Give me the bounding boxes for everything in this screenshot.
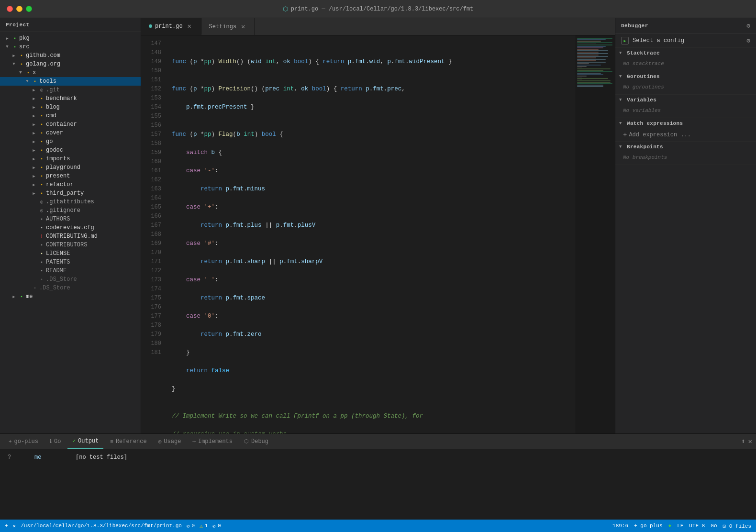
tab-close-button[interactable]: ✕: [239, 23, 247, 31]
statusbar-filepath[interactable]: /usr/local/Cellar/go/1.8.3/libexec/src/f…: [21, 523, 182, 529]
statusbar-files[interactable]: ⊡ 0 files: [723, 523, 751, 529]
sidebar-item-golang[interactable]: ▼ ▪ golang.org: [0, 60, 141, 68]
sidebar-item-codereview[interactable]: ▪ codereview.cfg: [0, 223, 141, 232]
close-button[interactable]: [7, 6, 13, 12]
sidebar-item-git[interactable]: ▶ ◎ .git: [0, 86, 141, 94]
sidebar-item-container[interactable]: ▶ ▪ container: [0, 120, 141, 129]
sidebar-item-license[interactable]: ▪ LICENSE: [0, 249, 141, 258]
minimap: [576, 35, 615, 433]
sidebar-item-x[interactable]: ▼ ▪ x: [0, 68, 141, 77]
statusbar-warnings[interactable]: ⚠ 1: [200, 523, 208, 529]
sidebar-item-refactor[interactable]: ▶ ▪ refactor: [0, 180, 141, 189]
statusbar-line-ending[interactable]: LF: [677, 523, 683, 529]
status-left: + ✕ /usr/local/Cellar/go/1.8.3/libexec/s…: [5, 523, 221, 529]
tab-settings[interactable]: Settings ✕: [201, 18, 256, 35]
sidebar-item-thirdparty[interactable]: ▶ ▪ third_party: [0, 189, 141, 198]
breakpoints-header[interactable]: ▼ Breakpoints: [615, 142, 756, 152]
play-button[interactable]: ▶: [621, 37, 629, 44]
sidebar-item-github[interactable]: ▶ ▪ github.com: [0, 51, 141, 60]
sidebar-header: Project: [0, 18, 141, 32]
sidebar-item-gitattributes[interactable]: ◎ .gitattributes: [0, 198, 141, 206]
section-title: Breakpoints: [627, 144, 663, 150]
sidebar-item-label: cover: [46, 130, 63, 136]
folder-icon: ▪: [11, 44, 19, 50]
sidebar-item-authors[interactable]: ▪ AUTHORS: [0, 215, 141, 223]
sidebar-item-readme[interactable]: ▪ README: [0, 266, 141, 275]
debug-config-row[interactable]: ▶ Select a config ⚙: [615, 34, 756, 48]
sidebar-item-godoc[interactable]: ▶ ▪ godoc: [0, 146, 141, 155]
statusbar-close-button[interactable]: ✕: [13, 523, 16, 529]
code-editor[interactable]: 147 148 149 150 151 152 153 154 155 156 …: [141, 35, 615, 433]
sidebar-item-dsstore1[interactable]: ▪ .DS_Store: [0, 275, 141, 284]
bottom-content: ? me [no test files]: [0, 449, 756, 520]
add-expression-button[interactable]: + Add expression ...: [615, 129, 756, 141]
sidebar-item-cmd[interactable]: ▶ ▪ cmd: [0, 111, 141, 120]
statusbar-language[interactable]: Go: [711, 523, 717, 529]
sidebar-item-label: godoc: [46, 147, 63, 154]
tab-print-go[interactable]: print.go ✕: [141, 18, 201, 35]
sidebar-item-cover[interactable]: ▶ ▪ cover: [0, 129, 141, 137]
tab-go-info[interactable]: ℹ Go: [45, 434, 66, 449]
breakpoints-section: ▼ Breakpoints No breakpoints: [615, 142, 756, 165]
debug-icon: ⬡: [244, 438, 249, 444]
goroutines-header[interactable]: ▼ Goroutines: [615, 71, 756, 82]
statusbar-position[interactable]: 189:6: [612, 523, 628, 529]
statusbar-encoding[interactable]: UTF-8: [689, 523, 705, 529]
chevron-down-icon: ▼: [4, 44, 11, 49]
maximize-button[interactable]: [26, 6, 32, 12]
sidebar-tree[interactable]: ▶ ▪ pkg ▼ ▪ src ▶ ▪ github.com ▼: [0, 32, 141, 433]
chevron-right-icon: ▶: [31, 156, 37, 162]
status-right: 189:6 + go-plus ● LF UTF-8 Go ⊡ 0 files: [612, 523, 751, 529]
section-title: Goroutines: [627, 74, 660, 79]
section-title: Watch expressions: [627, 121, 683, 126]
sidebar-item-me[interactable]: ▶ ▪ me: [0, 292, 141, 301]
tab-usage[interactable]: ◎ Usage: [154, 434, 186, 449]
code-content[interactable]: func (p *pp) Width() (wid int, ok bool) …: [166, 35, 576, 433]
chevron-right-icon: ▶: [11, 294, 17, 299]
stacktrace-header[interactable]: ▼ Stacktrace: [615, 48, 756, 58]
sidebar-item-contributing[interactable]: ! CONTRIBUTING.md: [0, 232, 141, 241]
sidebar-item-dsstore2[interactable]: ▪ .DS_Store: [0, 284, 141, 292]
sidebar-item-patents[interactable]: ▪ PATENTS: [0, 258, 141, 266]
sidebar-item-tools[interactable]: ▼ ▪ tools: [0, 77, 141, 86]
chevron-right-icon: ▶: [31, 105, 37, 110]
sidebar-item-pkg[interactable]: ▶ ▪ pkg: [0, 34, 141, 43]
sidebar-item-benchmark[interactable]: ▶ ▪ benchmark: [0, 94, 141, 103]
statusbar-go-plus[interactable]: + go-plus: [634, 523, 662, 529]
statusbar-add-button[interactable]: +: [5, 523, 8, 529]
sidebar-item-contributors[interactable]: ▪ CONTRIBUTORS: [0, 241, 141, 249]
sidebar-item-blog[interactable]: ▶ ▪ blog: [0, 103, 141, 111]
tab-label: print.go: [155, 23, 183, 30]
panel-expand-button[interactable]: ⬆: [741, 437, 745, 445]
section-title: Variables: [627, 97, 656, 103]
tab-label: Usage: [164, 438, 181, 445]
breakpoints-body: No breakpoints: [615, 152, 756, 165]
sidebar-item-present[interactable]: ▶ ▪ present: [0, 172, 141, 180]
variables-header[interactable]: ▼ Variables: [615, 95, 756, 105]
gear-icon[interactable]: ⚙: [746, 22, 750, 30]
traffic-lights: [7, 6, 32, 12]
panel-close-button[interactable]: ✕: [748, 437, 752, 445]
tab-reference[interactable]: ≡ Reference: [105, 434, 151, 449]
tab-close-button[interactable]: ✕: [186, 22, 193, 30]
tab-go-plus[interactable]: + go-plus: [4, 434, 43, 449]
chevron-down-icon: ▼: [17, 70, 24, 75]
tab-modified-dot: [149, 24, 152, 28]
tab-implements[interactable]: ⇢ Implements: [188, 434, 237, 449]
chevron-right-icon: ▶: [31, 182, 37, 188]
watch-expressions-header[interactable]: ▼ Watch expressions: [615, 118, 756, 129]
sidebar-item-go[interactable]: ▶ ▪ go: [0, 137, 141, 146]
tab-debug[interactable]: ⬡ Debug: [239, 434, 273, 449]
config-gear-icon[interactable]: ⚙: [746, 37, 750, 44]
sidebar-item-imports[interactable]: ▶ ▪ imports: [0, 155, 141, 163]
sidebar-item-gitignore[interactable]: ◎ .gitignore: [0, 206, 141, 215]
sidebar-item-label: imports: [46, 155, 70, 162]
config-select[interactable]: Select a config: [633, 37, 744, 44]
sidebar-item-label: blog: [46, 104, 60, 111]
minimize-button[interactable]: [16, 6, 22, 12]
statusbar-info[interactable]: ⊘ 0: [212, 523, 221, 529]
tab-output[interactable]: ✓ Output: [67, 434, 103, 449]
sidebar-item-playground[interactable]: ▶ ▪ playground: [0, 163, 141, 172]
sidebar-item-src[interactable]: ▼ ▪ src: [0, 43, 141, 51]
statusbar-errors[interactable]: ⊘ 0: [187, 523, 195, 529]
